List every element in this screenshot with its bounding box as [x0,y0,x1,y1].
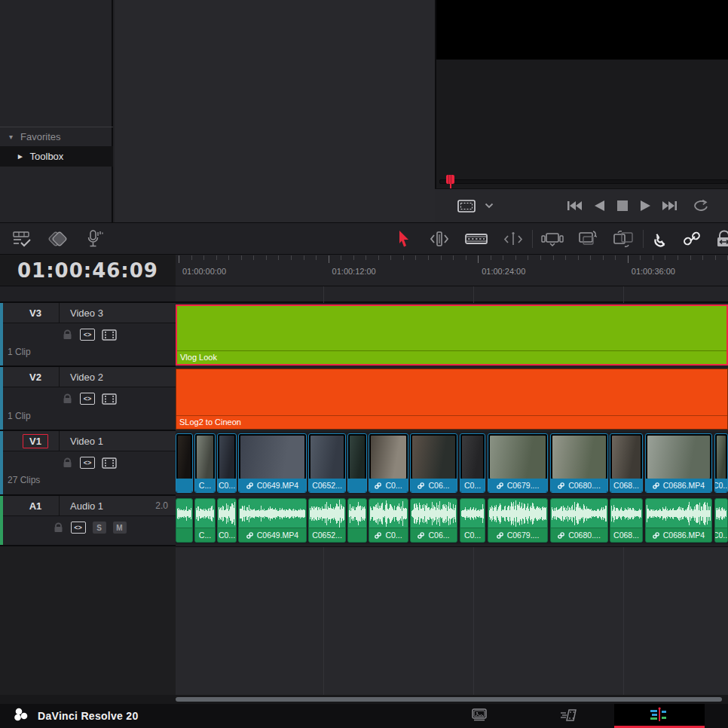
audio-clip-c0649mp4[interactable]: C0649.MP4 [238,498,307,543]
position-lock-icon[interactable] [714,228,728,250]
snapping-magnet-icon[interactable] [651,228,669,250]
ruler-tick [353,255,354,260]
track-header-v2[interactable]: V2Video 2<>1 Clip [0,367,176,431]
track-filmstrip-icon[interactable] [102,457,117,469]
audio-clip-c068[interactable]: C068... [610,498,643,543]
track-header-a1[interactable]: A1Audio 12.0<>SM [0,496,176,546]
track-destination-button[interactable]: A1 [23,500,48,512]
viewer-scrub-bar[interactable] [439,179,728,184]
voiceover-mic-icon[interactable] [86,228,104,250]
audio-clip-c0[interactable]: C0... [714,498,728,543]
video-clip-c0[interactable]: C0... [217,433,237,493]
timeline-view-options-icon[interactable] [12,228,32,250]
video-clip-c068[interactable]: C068... [610,433,643,493]
timeline-timecode-display[interactable]: 01:00:46:09 [0,255,176,286]
track-lock-icon[interactable] [62,457,73,468]
track-lock-icon[interactable] [53,522,64,533]
auto-select-toggle[interactable]: <> [80,329,95,341]
video-clip-c06[interactable]: C06... [410,433,457,493]
blade-edit-mode-icon[interactable] [502,228,525,250]
audio-clip-c0[interactable]: C0... [460,498,485,543]
video-clip-c0[interactable]: C0... [369,433,408,493]
timeline-ruler[interactable]: 01:00:00:0001:00:12:0001:00:24:0001:00:3… [176,255,728,286]
linked-move-icon[interactable] [683,228,701,250]
audio-clip[interactable] [347,498,367,543]
track-header-v1[interactable]: V1Video 1<>27 Clips [0,431,176,496]
audio-clip-c0679[interactable]: C0679.... [488,498,548,543]
track-filmstrip-icon[interactable] [102,393,117,405]
step-back-icon[interactable] [595,200,604,211]
track-destination-button[interactable]: V1 [23,434,48,448]
clip-thumbnail [350,436,365,479]
stacked-playback-icon[interactable] [48,228,69,250]
play-icon[interactable] [641,200,650,211]
track-name[interactable]: Video 2 [59,367,176,387]
ruler-tick [653,255,653,260]
track-lock-icon[interactable] [62,329,73,340]
timeline-scrollbar-thumb[interactable] [176,697,722,702]
video-clip-c0649mp4[interactable]: C0649.MP4 [238,433,307,493]
timeline-clip-slog2-to-cineon[interactable]: SLog2 to Cineon [176,369,728,430]
solo-button[interactable]: S [93,522,106,534]
ruler-timecode-label: 01:00:00:00 [182,267,226,276]
auto-select-toggle[interactable]: <> [80,393,95,405]
ruler-tick [702,255,703,260]
insert-clip-icon[interactable] [540,228,564,250]
audio-clip-c0680[interactable]: C0680.... [550,498,608,543]
cut-page-icon[interactable] [559,704,580,726]
video-clip-c0679[interactable]: C0679.... [488,433,548,493]
audio-clip-c0[interactable]: C0... [217,498,237,543]
media-page-icon[interactable] [469,704,490,726]
track-header-v3[interactable]: V3Video 3<>1 Clip [0,303,176,367]
video-clip-c0680[interactable]: C0680.... [550,433,608,493]
clip-display-icon[interactable] [457,200,476,213]
clip-filename: C0... [460,479,485,492]
audio-clip-c06[interactable]: C06... [410,498,457,543]
audio-clip-c0[interactable]: C0... [369,498,408,543]
sidebar-item-toolbox[interactable]: ▸ Toolbox [0,146,113,167]
track-filmstrip-icon[interactable] [102,329,117,341]
track-clip-count: 1 Clip [8,411,31,421]
ruler-tick [278,255,279,260]
audio-clip-c0652[interactable]: C0652... [308,498,346,543]
selection-mode-icon[interactable] [396,228,411,250]
mute-button[interactable]: M [113,522,127,534]
stop-icon[interactable] [617,200,628,211]
replace-clip-icon[interactable] [611,228,635,250]
video-clip-c[interactable]: C... [194,433,216,493]
track-name[interactable]: Audio 1 [59,496,155,516]
track-destination-button[interactable]: V2 [23,371,48,384]
auto-select-toggle[interactable]: <> [80,457,95,469]
favorites-group[interactable]: ▾ Favorites [0,127,113,146]
audio-waveform [647,499,711,528]
track-name[interactable]: Video 1 [59,431,176,451]
audio-clip[interactable] [176,498,193,543]
viewer-mode-chevron-icon[interactable] [485,203,494,209]
edit-page-tab[interactable] [614,704,705,728]
clip-filename: C0... [715,528,727,542]
skip-start-icon[interactable] [567,200,582,211]
video-clip-c0652[interactable]: C0652... [308,433,346,493]
skip-end-icon[interactable] [662,200,677,211]
ruler-tick [378,255,379,260]
auto-select-toggle[interactable]: <> [71,522,86,534]
overwrite-clip-icon[interactable] [577,228,599,250]
video-clip-c0686mp4[interactable]: C0686.MP4 [645,433,712,493]
trim-edit-mode-icon[interactable] [428,228,451,250]
ruler-tick [578,255,579,260]
audio-clip-c0686mp4[interactable]: C0686.MP4 [645,498,712,543]
video-clip[interactable] [347,433,367,493]
razor-edit-mode-icon[interactable] [464,228,488,250]
video-clip-c0[interactable]: C0... [714,433,728,493]
linked-clip-icon [246,482,253,489]
track-destination-button[interactable]: V3 [23,307,48,320]
timeline-empty-area[interactable] [176,546,728,695]
timeline-clip-vlog-look[interactable]: Vlog Look [176,304,728,366]
viewer-playhead-marker[interactable] [446,175,454,184]
video-clip[interactable] [176,433,193,493]
video-clip-c0[interactable]: C0... [460,433,485,493]
loop-icon[interactable] [693,200,710,212]
audio-clip-c[interactable]: C... [194,498,216,543]
track-name[interactable]: Video 3 [59,303,176,323]
track-lock-icon[interactable] [62,393,73,404]
